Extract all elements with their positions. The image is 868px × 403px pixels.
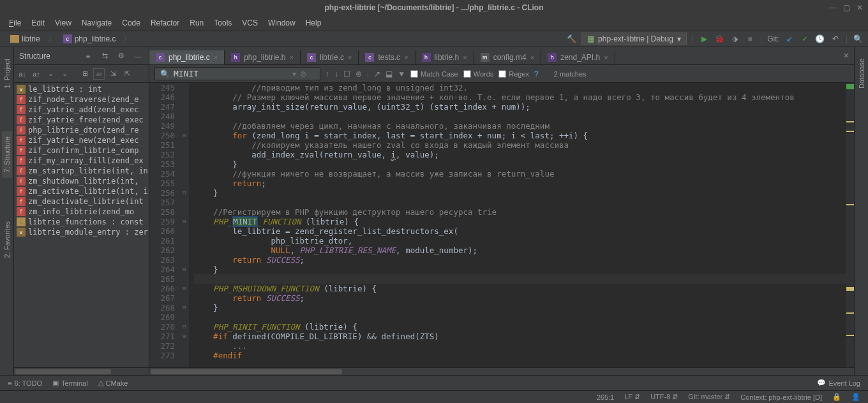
coverage-icon[interactable]: ⬗ xyxy=(730,34,740,44)
structure-item[interactable]: vlibtrie_module_entry : zer xyxy=(14,227,149,237)
structure-item[interactable]: fphp_libtrie_dtor(zend_re xyxy=(14,125,149,135)
menu-edit[interactable]: Edit xyxy=(27,17,49,29)
menu-code[interactable]: Code xyxy=(118,17,144,29)
hide-icon[interactable]: — xyxy=(132,50,144,62)
minimize-icon[interactable]: — xyxy=(829,3,837,12)
editor-tab[interactable]: ctests.c× xyxy=(359,50,415,64)
build-icon[interactable]: 🔨 xyxy=(566,34,576,44)
group2-icon[interactable]: ⌄ xyxy=(59,68,70,80)
menu-tools[interactable]: Tools xyxy=(210,17,236,29)
tab-close-icon[interactable]: × xyxy=(348,54,352,61)
overview-ruler[interactable] xyxy=(846,83,854,367)
run-icon[interactable]: ▶ xyxy=(699,34,709,44)
structure-item[interactable]: vle_libtrie : int xyxy=(14,84,149,94)
editor-tab[interactable]: mconfig.m4× xyxy=(474,50,541,64)
tab-close-icon[interactable]: × xyxy=(214,54,218,61)
tab-close-icon[interactable]: × xyxy=(463,54,467,61)
structure-item[interactable]: fzif_my_array_fill(zend_ex xyxy=(14,156,149,166)
export-icon[interactable]: ↗ xyxy=(374,70,380,78)
git-branch[interactable]: Git: master ⇵ xyxy=(688,393,730,401)
prev-match-icon[interactable]: ↑ xyxy=(326,70,329,78)
editor-tab[interactable]: hzend_API.h× xyxy=(541,50,615,64)
maximize-icon[interactable]: ▢ xyxy=(843,3,850,12)
breadcrumb-file[interactable]: cphp_libtrie.c xyxy=(58,33,121,45)
collapse-icon[interactable]: ≡ xyxy=(82,50,94,62)
cursor-position[interactable]: 265:1 xyxy=(597,393,615,401)
fold-gutter[interactable]: ⊟⊟⊟⊟⊟⊟⊟⊞ xyxy=(180,83,189,367)
lock-icon[interactable]: 🔒 xyxy=(832,393,841,401)
group-icon[interactable]: ⌄ xyxy=(45,68,56,80)
menu-navigate[interactable]: Navigate xyxy=(78,17,116,29)
add-selection-icon[interactable]: ⊕ xyxy=(355,70,362,78)
toolwindow-terminal[interactable]: ▣Terminal xyxy=(52,379,88,387)
gear-icon[interactable]: ⚙ xyxy=(116,50,127,62)
match-case-check[interactable]: Match Case xyxy=(410,70,458,78)
toolwindow-todo[interactable]: ≡6: TODO xyxy=(8,379,42,387)
menu-file[interactable]: File xyxy=(5,17,25,29)
words-check[interactable]: Words xyxy=(463,70,494,78)
toolwindow-cmake[interactable]: △CMake xyxy=(98,379,128,387)
tab-close-icon[interactable]: × xyxy=(290,54,294,61)
breadcrumb-folder[interactable]: libtrie xyxy=(5,33,45,45)
find-input[interactable] xyxy=(174,69,288,78)
toolwindow-database[interactable]: Database xyxy=(857,54,867,94)
git-commit-icon[interactable]: ✓ xyxy=(800,34,810,44)
encoding[interactable]: UTF-8 ⇵ xyxy=(650,393,678,401)
filter-icon[interactable]: ▱ xyxy=(93,68,105,80)
structure-scroll-x[interactable] xyxy=(14,367,149,375)
toolwindow-favorites[interactable]: 2: Favorites xyxy=(2,216,12,263)
find-in-selection-icon[interactable]: | xyxy=(367,70,369,78)
tab-close-icon[interactable]: × xyxy=(404,54,408,61)
line-number-gutter[interactable]: 2452462472482492502512522532542552562572… xyxy=(149,83,180,367)
regex-help-icon[interactable]: ? xyxy=(534,70,539,78)
structure-item[interactable]: fzif_node_traverse(zend_e xyxy=(14,94,149,105)
structure-item[interactable]: fzif_yatrie_new(zend_exec xyxy=(14,135,149,145)
select-all-icon[interactable]: ☐ xyxy=(343,70,350,78)
structure-item[interactable]: fzif_yatrie_free(zend_exec xyxy=(14,115,149,125)
stop-icon[interactable]: ■ xyxy=(745,34,755,44)
event-log[interactable]: 💬Event Log xyxy=(817,379,860,387)
editor-scroll-x[interactable] xyxy=(149,367,854,375)
menu-refactor[interactable]: Refactor xyxy=(147,17,183,29)
editor-tab[interactable]: cphp_libtrie.c× xyxy=(149,50,225,64)
funnel-icon[interactable]: ▼ xyxy=(398,70,405,78)
context[interactable]: Context: php-ext-libtrie [D] xyxy=(740,393,822,401)
toolwindow-project[interactable]: 1: Project xyxy=(2,54,12,93)
structure-item[interactable]: fzm_activate_libtrie(int, in xyxy=(14,186,149,196)
next-match-icon[interactable]: ↓ xyxy=(334,70,338,78)
window-controls[interactable]: — ▢ ✕ xyxy=(829,3,863,12)
structure-item[interactable]: fzm_deactivate_libtrie(int xyxy=(14,196,149,207)
structure-item[interactable]: fzif_yatrie_add(zend_exec xyxy=(14,105,149,115)
structure-item[interactable]: fzif_confirm_libtrie_comp xyxy=(14,145,149,156)
menu-view[interactable]: View xyxy=(51,17,75,29)
expand-icon[interactable]: ⇆ xyxy=(99,50,110,62)
editor-tab[interactable]: clibtrie.c× xyxy=(301,50,359,64)
menu-window[interactable]: Window xyxy=(264,17,299,29)
structure-item[interactable]: fzm_info_libtrie(zend_mo xyxy=(14,207,149,217)
find-input-box[interactable]: 🔍 ▾ ⊘ xyxy=(154,67,320,80)
menu-run[interactable]: Run xyxy=(186,17,207,29)
menu-help[interactable]: Help xyxy=(302,17,326,29)
autoscroll2-icon[interactable]: ⇱ xyxy=(121,68,133,80)
git-update-icon[interactable]: ↙ xyxy=(784,34,795,44)
close-icon[interactable]: ✕ xyxy=(857,3,863,12)
search-everywhere-icon[interactable]: 🔍 xyxy=(853,34,863,44)
line-endings[interactable]: LF ⇵ xyxy=(624,393,640,401)
structure-item[interactable]: fzm_shutdown_libtrie(int, xyxy=(14,176,149,186)
debug-icon[interactable]: 🐞 xyxy=(714,34,724,44)
sort-alpha-up-icon[interactable]: a↑ xyxy=(31,68,42,80)
regex-check[interactable]: Regex xyxy=(498,70,529,78)
code-editor[interactable]: //приводим тип из zend_long в unsigned i… xyxy=(189,83,846,367)
tab-close-icon[interactable]: × xyxy=(530,54,534,61)
git-revert-icon[interactable]: ↶ xyxy=(830,34,841,44)
toolwindow-structure[interactable]: 7: Structure xyxy=(2,131,12,178)
tree-icon[interactable]: ⊞ xyxy=(79,68,91,80)
clear-icon[interactable]: ⊘ xyxy=(300,70,306,78)
editor-tab[interactable]: hlibtrie.h× xyxy=(415,50,474,64)
sort-alpha-down-icon[interactable]: a↓ xyxy=(17,68,28,80)
autoscroll-icon[interactable]: ⇲ xyxy=(107,68,119,80)
editor-tab[interactable]: hphp_libtrie.h× xyxy=(225,50,301,64)
dropdown-icon[interactable]: ▾ xyxy=(292,70,296,78)
git-history-icon[interactable]: 🕓 xyxy=(815,34,825,44)
tab-close-icon[interactable]: × xyxy=(604,54,608,61)
